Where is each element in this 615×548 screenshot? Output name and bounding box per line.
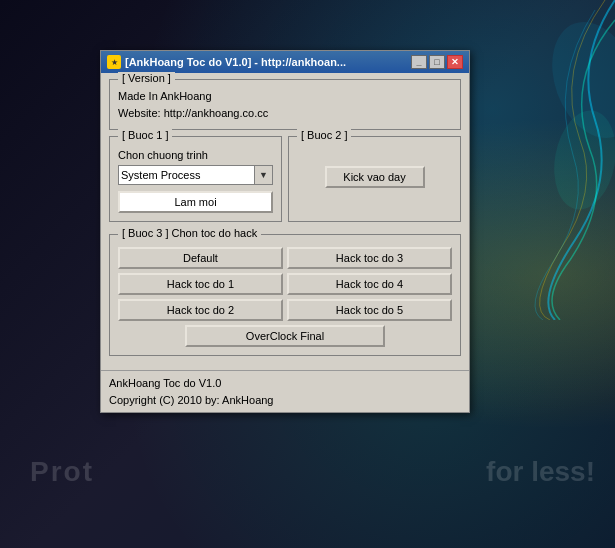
hack4-button[interactable]: Hack toc do 4 — [287, 273, 452, 295]
close-button[interactable]: ✕ — [447, 55, 463, 69]
footer-line1: AnkHoang Toc do V1.0 — [109, 375, 461, 392]
window-icon: ★ — [107, 55, 121, 69]
buoc3-label: [ Buoc 3 ] Chon toc do hack — [118, 227, 261, 239]
maximize-button[interactable]: □ — [429, 55, 445, 69]
kick-button[interactable]: Kick vao day — [325, 166, 425, 188]
bg-text-right: for less! — [486, 456, 595, 488]
hack3-button[interactable]: Hack toc do 3 — [287, 247, 452, 269]
overclock-row: OverClock Final — [118, 325, 452, 347]
dropdown-arrow[interactable]: ▼ — [255, 165, 273, 185]
window-controls: _ □ ✕ — [411, 55, 463, 69]
hack2-button[interactable]: Hack toc do 2 — [118, 299, 283, 321]
version-group-label: [ Version ] — [118, 72, 175, 84]
dropdown-container: System Process ▼ — [118, 165, 273, 185]
hack5-button[interactable]: Hack toc do 5 — [287, 299, 452, 321]
bg-text-left: Prot — [30, 456, 94, 488]
version-line1: Made In AnkHoang — [118, 88, 452, 105]
overclock-button[interactable]: OverClock Final — [185, 325, 385, 347]
lam-moi-button[interactable]: Lam moi — [118, 191, 273, 213]
buoc2-group: [ Buoc 2 ] Kick vao day — [288, 136, 461, 222]
buoc3-grid: Default Hack toc do 3 Hack toc do 1 Hack… — [118, 239, 452, 321]
window-title: [AnkHoang Toc do V1.0] - http://ankhoan.… — [125, 56, 346, 68]
buoc3-group: [ Buoc 3 ] Chon toc do hack Default Hack… — [109, 234, 461, 356]
title-bar: ★ [AnkHoang Toc do V1.0] - http://ankhoa… — [101, 51, 469, 73]
window-body: [ Version ] Made In AnkHoang Website: ht… — [101, 73, 469, 370]
minimize-button[interactable]: _ — [411, 55, 427, 69]
footer: AnkHoang Toc do V1.0 Copyright (C) 2010 … — [101, 370, 469, 412]
main-window: ★ [AnkHoang Toc do V1.0] - http://ankhoa… — [100, 50, 470, 413]
buoc1-description: Chon chuong trinh — [118, 149, 273, 161]
version-info: Made In AnkHoang Website: http://ankhoan… — [118, 88, 452, 121]
footer-line2: Copyright (C) 2010 by: AnkHoang — [109, 392, 461, 409]
buoc2-label: [ Buoc 2 ] — [297, 129, 351, 141]
buoc-row: [ Buoc 1 ] Chon chuong trinh System Proc… — [109, 136, 461, 228]
buoc1-label: [ Buoc 1 ] — [118, 129, 172, 141]
title-bar-left: ★ [AnkHoang Toc do V1.0] - http://ankhoa… — [107, 55, 346, 69]
process-dropdown[interactable]: System Process — [118, 165, 255, 185]
buoc1-content: Chon chuong trinh System Process ▼ Lam m… — [118, 141, 273, 213]
buoc1-group: [ Buoc 1 ] Chon chuong trinh System Proc… — [109, 136, 282, 222]
default-button[interactable]: Default — [118, 247, 283, 269]
version-group: [ Version ] Made In AnkHoang Website: ht… — [109, 79, 461, 130]
version-line2: Website: http://ankhoang.co.cc — [118, 105, 452, 122]
hack1-button[interactable]: Hack toc do 1 — [118, 273, 283, 295]
